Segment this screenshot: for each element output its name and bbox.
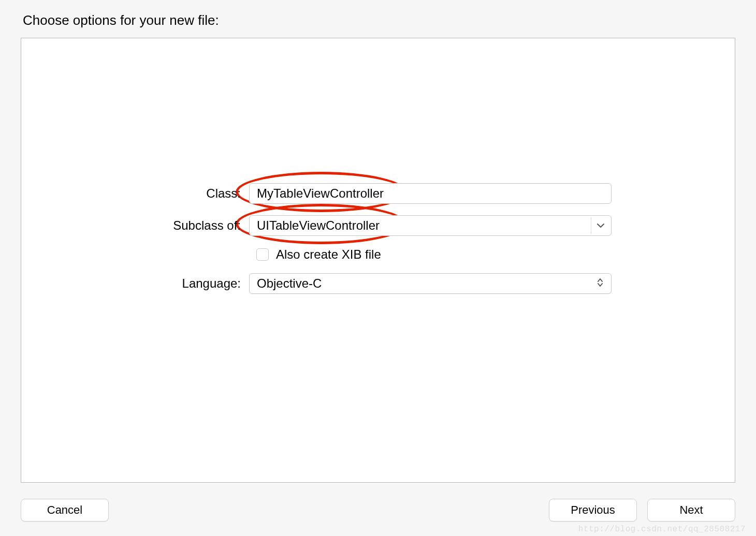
subclass-label: Subclass of:	[21, 218, 249, 233]
updown-caret-icon	[597, 276, 604, 291]
file-options-form: Class: Subclass of: Also create XIB file…	[21, 183, 735, 305]
options-panel: Class: Subclass of: Also create XIB file…	[21, 38, 735, 483]
next-button[interactable]: Next	[647, 499, 735, 522]
chevron-down-icon[interactable]	[591, 217, 609, 234]
page-heading: Choose options for your new file:	[21, 12, 735, 28]
subclass-combobox[interactable]	[249, 215, 612, 236]
row-class: Class:	[21, 183, 735, 204]
class-input[interactable]	[249, 183, 612, 204]
row-xib: Also create XIB file	[21, 247, 735, 262]
previous-button[interactable]: Previous	[549, 499, 637, 522]
language-label: Language:	[21, 276, 249, 291]
dialog-footer: Cancel Previous Next	[21, 499, 735, 522]
language-select-value: Objective-C	[257, 276, 322, 291]
row-subclass: Subclass of:	[21, 215, 735, 236]
class-label: Class:	[21, 186, 249, 201]
language-select[interactable]: Objective-C	[249, 273, 612, 294]
row-language: Language: Objective-C	[21, 273, 735, 294]
xib-checkbox[interactable]	[256, 248, 269, 261]
cancel-button[interactable]: Cancel	[21, 499, 109, 522]
watermark-text: http://blog.csdn.net/qq_28508217	[578, 525, 746, 534]
xib-checkbox-label: Also create XIB file	[276, 247, 381, 262]
